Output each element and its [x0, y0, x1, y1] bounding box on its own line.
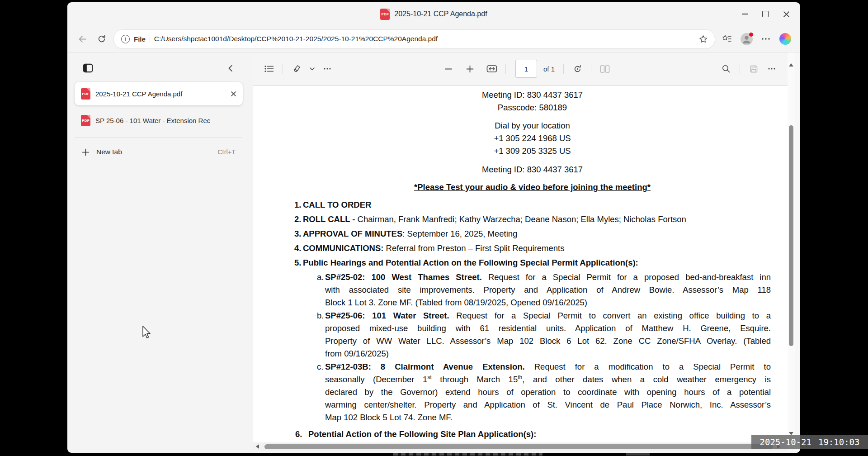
annotation-more-button[interactable]: [320, 61, 335, 76]
sidebar-divider: [75, 138, 242, 138]
save-button[interactable]: [746, 61, 761, 76]
agenda-subitem-c: c. SP#12-03B: 8 Clairmont Avenue Extensi…: [294, 361, 771, 424]
toolbar-center-group: 1 of 1: [441, 60, 613, 78]
pdf-file-icon: PDF: [81, 115, 90, 126]
tab-active[interactable]: PDF 2025-10-21 CCP Agenda.pdf: [75, 82, 243, 105]
scroll-up-icon[interactable]: [789, 63, 793, 66]
favorite-star-icon[interactable]: [699, 35, 708, 43]
divider: [283, 64, 283, 74]
pdf-file-icon: PDF: [81, 88, 90, 100]
scroll-down-icon[interactable]: [789, 432, 793, 435]
two-page-view-button[interactable]: [597, 61, 613, 76]
highlight-dropdown[interactable]: [307, 61, 317, 76]
pdf-viewer: 1 of 1: [253, 52, 800, 453]
bottom-sliver: [393, 453, 542, 456]
horizontal-scrollbar-thumb[interactable]: [264, 444, 773, 449]
agenda-item-2: 2.ROLL CALL - Chairman, Frank Manfredi; …: [294, 213, 771, 226]
dial-line: Dial by your location: [294, 119, 771, 132]
zoom-in-button[interactable]: [462, 61, 478, 76]
scroll-left-icon[interactable]: [256, 444, 259, 449]
save-icon: [750, 65, 758, 73]
rotate-icon: [573, 64, 582, 74]
pdf-toolbar: 1 of 1: [253, 52, 788, 86]
search-document-button[interactable]: [718, 61, 734, 76]
refresh-icon: [97, 34, 106, 43]
zoom-out-icon: [445, 68, 452, 70]
divider: [740, 64, 740, 74]
window-title: 2025-10-21 CCP Agenda.pdf: [394, 10, 487, 18]
favorites-hub-icon: [722, 34, 732, 43]
two-page-icon: [600, 65, 610, 73]
window-controls: [734, 2, 797, 26]
favorites-hub-button[interactable]: [719, 31, 735, 47]
new-tab-shortcut: Ctrl+T: [217, 148, 236, 156]
url-text[interactable]: C:/Users/shpctac1001d/Desktop/CCP%2010-2…: [154, 35, 695, 43]
back-button[interactable]: [75, 31, 90, 47]
profile-button[interactable]: [739, 31, 754, 47]
toolbar-left-group: [261, 61, 335, 76]
vertical-scrollbar-thumb[interactable]: [789, 125, 793, 346]
browser-window: PDF 2025-10-21 CCP Agenda.pdf i File: [67, 2, 800, 453]
highlight-button[interactable]: [289, 61, 304, 76]
tab-inactive[interactable]: PDF SP 25-06 - 101 Water - Extension Rec: [75, 109, 243, 132]
agenda-item-4: 4.COMMUNICATIONS: Referral from Preston …: [294, 242, 771, 255]
minimize-button[interactable]: [734, 2, 755, 26]
toc-icon: [264, 65, 274, 72]
maximize-icon: [762, 11, 769, 17]
maximize-button[interactable]: [755, 2, 776, 26]
copilot-icon: [779, 33, 791, 45]
divider: [505, 64, 506, 74]
timestamp-date: 2025-10-21: [760, 437, 811, 447]
close-icon: [783, 11, 790, 18]
url-scheme-label: File: [134, 35, 146, 43]
screen: PDF 2025-10-21 CCP Agenda.pdf i File: [0, 0, 868, 456]
document-page[interactable]: Meeting ID: 830 4437 3617 Passcode: 5801…: [253, 86, 788, 442]
title-bar: PDF 2025-10-21 CCP Agenda.pdf: [67, 2, 800, 26]
collapse-sidebar-icon[interactable]: [227, 64, 234, 72]
agenda-item-6: 6.Potential Action of the Following Site…: [294, 428, 771, 441]
address-bar[interactable]: i File C:/Users/shpctac1001d/Desktop/CCP…: [113, 29, 715, 49]
horizontal-scrollbar[interactable]: [253, 442, 788, 451]
plus-icon: [82, 148, 90, 156]
avatar: [741, 33, 753, 45]
contents-button[interactable]: [261, 61, 277, 76]
refresh-button[interactable]: [94, 31, 109, 47]
audio-video-notice: *Please Test your audio & video before j…: [294, 181, 771, 194]
vertical-tabs-sidebar: PDF 2025-10-21 CCP Agenda.pdf PDF SP 25-…: [67, 52, 253, 453]
window-title-group: PDF 2025-10-21 CCP Agenda.pdf: [380, 9, 487, 20]
page-number-input[interactable]: 1: [515, 60, 537, 78]
copilot-button[interactable]: [778, 31, 793, 47]
vertical-scrollbar[interactable]: [788, 52, 795, 442]
browser-menu-button[interactable]: [758, 31, 774, 47]
close-button[interactable]: [776, 2, 797, 26]
agenda-item-1: 1.CALL TO ORDER: [294, 199, 771, 211]
mouse-cursor: [140, 325, 151, 339]
tab-label: 2025-10-21 CCP Agenda.pdf: [95, 90, 226, 98]
zoom-in-icon: [466, 65, 474, 73]
pdf-file-icon: PDF: [380, 9, 390, 20]
phone-line: +1 309 205 3325 US: [294, 145, 771, 157]
info-icon[interactable]: i: [121, 35, 130, 43]
meeting-id-line: Meeting ID: 830 4437 3617: [294, 89, 771, 101]
rotate-button[interactable]: [570, 61, 585, 76]
tab-label: SP 25-06 - 101 Water - Extension Rec: [95, 117, 210, 124]
fit-width-icon: [486, 65, 497, 73]
more-icon: [762, 38, 770, 40]
agenda-subitem-b: b. SP#25-06: 101 Water Street. Request f…: [294, 309, 771, 360]
tab-actions-icon[interactable]: [83, 63, 93, 73]
chevron-down-icon: [310, 67, 315, 71]
browser-body: PDF 2025-10-21 CCP Agenda.pdf PDF SP 25-…: [67, 52, 800, 453]
fit-width-button[interactable]: [484, 61, 500, 76]
agenda-item-3: 3.APPROVAL OF MINUTES: September 16, 202…: [294, 228, 771, 240]
agenda-subitem-a: a. SP#25-02: 100 West Thames Street. Req…: [294, 271, 771, 309]
meeting-id-line: Meeting ID: 830 4437 3617: [294, 163, 771, 176]
divider: [591, 64, 591, 74]
zoom-out-button[interactable]: [441, 61, 456, 76]
minimize-icon: [742, 14, 748, 14]
divider: [150, 35, 150, 43]
close-tab-icon[interactable]: [231, 91, 236, 97]
toolbar-right-group: [718, 61, 779, 76]
new-tab-button[interactable]: New tab Ctrl+T: [75, 142, 243, 162]
pdf-more-button[interactable]: [764, 61, 779, 76]
more-options-icon: [768, 68, 775, 70]
